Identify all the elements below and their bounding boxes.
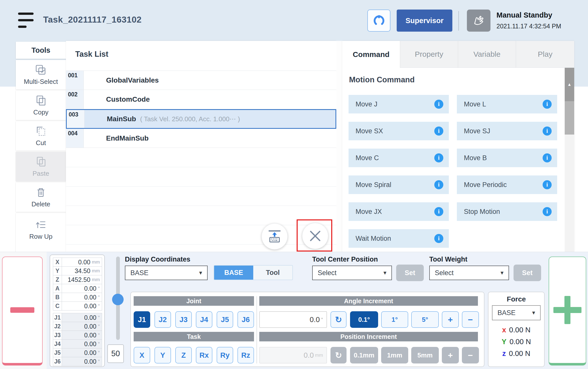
position-option-1mm[interactable]: 1mm [381,347,408,363]
info-icon[interactable]: i [543,127,552,136]
info-icon[interactable]: i [434,153,443,162]
angle-increment-input[interactable]: 0.0° [259,311,327,328]
jog-axis-j2[interactable]: J2 [154,311,171,328]
jog-axis-z[interactable]: Z [175,347,192,363]
force-y-label: Y [502,338,507,346]
tool-row-up[interactable]: Row Up [16,213,66,252]
info-icon[interactable]: i [543,207,552,216]
command-move-l[interactable]: Move Li [457,95,557,113]
command-move-b[interactable]: Move Bi [457,149,557,167]
scrollbar-thumb[interactable] [565,101,574,135]
gripper-tool-button[interactable] [367,10,390,32]
jog-plus-button[interactable] [549,257,586,365]
info-icon[interactable]: i [434,234,443,243]
command-move-c[interactable]: Move Ci [349,149,449,167]
empty-task-row [66,148,336,167]
speed-slider-knob[interactable] [112,294,124,305]
task-row-001[interactable]: 001 GlobalVariables [66,71,336,90]
command-stop-motion[interactable]: Stop Motioni [457,202,557,221]
task-section-header: Task [134,332,254,341]
jog-axis-x[interactable]: X [134,347,150,363]
command-move-sj[interactable]: Move SJi [457,122,557,140]
tool-delete[interactable]: Delete [16,182,66,212]
position-option-0-1mm[interactable]: 0.1mm [350,347,378,363]
toggle-tool[interactable]: Tool [253,266,292,280]
gripper-icon [372,13,386,28]
command-move-spiral[interactable]: Move Spirali [349,175,449,194]
task-detail: ( Task Vel. 250.000, Acc. 1.000⋯ ) [140,115,240,123]
trash-icon [35,186,47,199]
coord-row-y: Y34.50mm [53,266,102,275]
jog-axis-j1[interactable]: J1 [134,311,150,328]
tool-paste[interactable]: Paste [16,152,66,181]
joint-coordinates: J10.00° J20.00° J30.00° J40.00° J50.00° … [53,313,102,366]
jog-axis-j5[interactable]: J5 [217,311,233,328]
tab-property[interactable]: Property [400,41,458,68]
jog-axis-ry[interactable]: Ry [217,347,233,363]
tools-panel-header: Tools [16,42,66,59]
command-wait-motion[interactable]: Wait Motioni [349,229,449,248]
tool-copy[interactable]: Copy [16,91,66,120]
position-reset-button[interactable]: ↻ [330,347,347,363]
panel-gap [336,41,342,252]
scrollbar-track[interactable] [565,135,574,252]
jog-axis-j6[interactable]: J6 [237,311,254,328]
force-frame-dropdown[interactable]: BASE▼ [492,305,541,320]
tcp-dropdown[interactable]: Select▼ [312,266,392,280]
task-row-002[interactable]: 002 CustomCode [66,90,336,109]
supervisor-button[interactable]: Supervisor [397,10,452,32]
tab-variable[interactable]: Variable [458,41,516,68]
angle-option-5[interactable]: 5° [411,311,439,328]
command-move-jx[interactable]: Move JXi [349,202,449,221]
command-move-periodic[interactable]: Move Periodici [457,175,557,194]
task-row-004[interactable]: 004 EndMainSub [66,129,336,148]
info-icon[interactable]: i [543,100,552,109]
angle-plus-button[interactable]: + [442,311,459,328]
manual-mode-tile[interactable] [467,10,490,32]
reset-icon: ↻ [335,350,342,360]
jog-minus-button[interactable] [2,257,43,365]
display-coordinates-dropdown[interactable]: BASE▼ [125,266,208,280]
jog-axis-j4[interactable]: J4 [196,311,212,328]
task-list-title: Task List [75,50,108,59]
task-row-003-selected[interactable]: 003 MainSub( Task Vel. 250.000, Acc. 1.0… [66,109,336,129]
tcp-set-button[interactable]: Set [396,265,424,281]
info-icon[interactable]: i [434,100,443,109]
angle-option-1[interactable]: 1° [381,311,408,328]
command-move-sx[interactable]: Move SXi [349,122,449,140]
tab-play[interactable]: Play [516,41,574,68]
tool-cut[interactable]: Cut [16,121,66,151]
main-menu-button[interactable] [18,12,34,28]
close-jog-button[interactable] [302,223,328,249]
info-icon[interactable]: i [543,153,552,162]
jog-axis-j3[interactable]: J3 [175,311,192,328]
paste-icon [35,156,47,168]
position-increment-input[interactable]: 0.0mm [259,347,327,363]
force-x-row: x0.00 N [488,326,545,334]
tool-multi-select[interactable]: Multi-Select [16,60,66,89]
force-title: Force [488,295,545,303]
show-keyboard-button[interactable] [262,223,288,250]
info-icon[interactable]: i [543,180,552,189]
command-move-j[interactable]: Move Ji [349,95,449,113]
tool-weight-set-button[interactable]: Set [514,265,541,281]
speed-value-box[interactable]: 50 [107,344,124,363]
info-icon[interactable]: i [434,127,443,136]
tab-command[interactable]: Command [342,41,400,68]
task-name: EndMainSub [106,134,149,142]
angle-reset-button[interactable]: ↻ [330,311,347,328]
scrollbar-up-button[interactable]: ▲ [565,68,574,101]
position-option-5mm[interactable]: 5mm [411,347,439,363]
position-plus-button[interactable]: + [442,347,459,363]
jog-axis-rz[interactable]: Rz [237,347,254,363]
angle-option-0-1[interactable]: 0.1° [350,311,378,328]
info-icon[interactable]: i [434,180,443,189]
toggle-base[interactable]: BASE [214,266,253,280]
jog-axis-y[interactable]: Y [154,347,171,363]
angle-minus-button[interactable]: − [462,311,479,328]
force-z-row: z0.00 N [488,349,545,358]
jog-axis-rx[interactable]: Rx [196,347,212,363]
info-icon[interactable]: i [434,207,443,216]
tool-weight-dropdown[interactable]: Select▼ [429,266,509,280]
position-minus-button[interactable]: − [462,347,479,363]
